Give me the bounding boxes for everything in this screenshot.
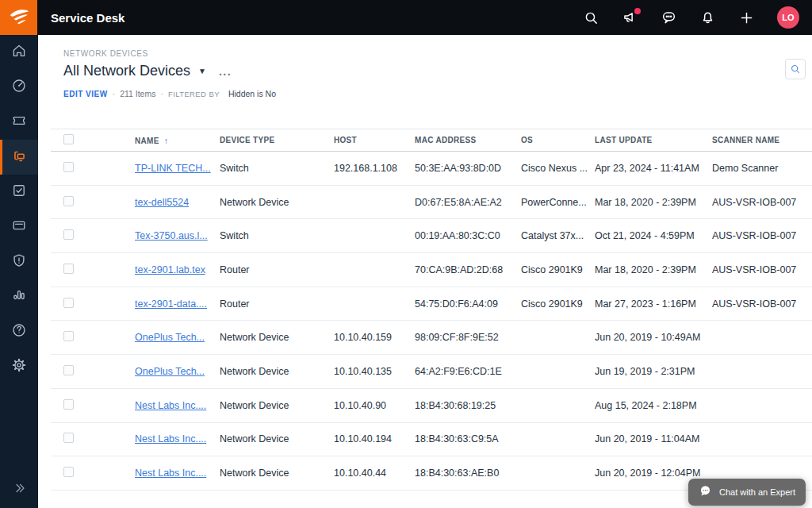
row-checkbox[interactable] (63, 229, 74, 240)
sidebar-item-settings[interactable] (0, 349, 38, 384)
row-checkbox[interactable] (63, 298, 74, 308)
cell-device_type: Switch (220, 219, 334, 253)
bell-icon[interactable] (699, 10, 716, 26)
cell-device_type: Network Device (220, 355, 334, 389)
cell-device_type: Network Device (220, 185, 334, 219)
sidebar-item-dashboard[interactable] (0, 70, 38, 105)
device-name-link[interactable]: tex-dell5524 (135, 197, 189, 208)
row-checkbox[interactable] (63, 467, 74, 477)
select-all-checkbox[interactable] (63, 134, 74, 144)
sidebar-item-help[interactable] (0, 314, 38, 349)
row-checkbox[interactable] (63, 196, 74, 206)
row-checkbox-cell (51, 422, 135, 456)
row-checkbox[interactable] (63, 365, 74, 375)
column-header-mac_address[interactable]: MAC ADDRESS (415, 129, 521, 152)
view-dropdown-caret-icon[interactable]: ▼ (198, 67, 206, 75)
card-icon (10, 217, 28, 237)
column-header-os[interactable]: OS (521, 129, 595, 152)
row-checkbox-cell (51, 152, 135, 186)
row-checkbox-cell (51, 287, 135, 321)
topbar: Service Desk (0, 0, 812, 35)
cell-last_update: Jun 20, 2019 - 11:04AM (595, 422, 712, 456)
row-checkbox[interactable] (63, 331, 74, 341)
device-name-link[interactable]: Tex-3750.aus.l... (135, 230, 208, 241)
row-checkbox[interactable] (63, 162, 74, 172)
sidebar-item-tickets[interactable] (0, 105, 38, 140)
table-row: OnePlus Tech...Network Device10.10.40.13… (51, 355, 812, 389)
sidebar-expand-button[interactable] (0, 478, 38, 502)
device-name-link[interactable]: Nest Labs Inc.... (135, 468, 206, 479)
cell-host (334, 185, 415, 219)
cell-os (521, 321, 595, 355)
column-header-scanner_name[interactable]: SCANNER NAME (712, 129, 812, 152)
device-name-link[interactable]: OnePlus Tech... (135, 366, 205, 377)
device-name-link[interactable]: Nest Labs Inc.... (135, 433, 206, 444)
notification-dot (634, 8, 641, 14)
cell-mac_address: 70:CA:9B:AD:2D:68 (415, 253, 521, 287)
separator-dot: · (160, 89, 163, 98)
device-name-link[interactable]: Nest Labs Inc.... (135, 400, 206, 411)
row-checkbox[interactable] (63, 433, 74, 443)
table-row: tex-2901-data....Router54:75:D0:F6:A4:09… (51, 287, 812, 321)
cell-host (334, 287, 415, 321)
cell-host: 10.10.40.159 (334, 321, 415, 355)
cell-scanner_name: Demo Scanner (712, 152, 812, 186)
cell-device_type: Router (220, 287, 334, 321)
more-options-icon[interactable]: ... (219, 68, 232, 75)
column-header-name[interactable]: NAME↑ (135, 129, 220, 152)
user-avatar[interactable]: LO (777, 6, 799, 29)
cell-os (521, 355, 595, 389)
cell-mac_address: 18:B4:30:63:AE:B0 (415, 456, 521, 491)
cell-last_update: Mar 18, 2020 - 2:39PM (595, 253, 712, 287)
cell-os: Cisco Nexus ... (521, 152, 595, 186)
edit-view-link[interactable]: EDIT VIEW (63, 90, 108, 98)
column-header-host[interactable]: HOST (334, 129, 415, 152)
double-chevron-right-icon (12, 482, 26, 498)
cell-host: 10.10.40.44 (334, 456, 415, 491)
plus-icon[interactable] (738, 10, 755, 26)
device-name-link[interactable]: TP-LINK TECH... (135, 163, 211, 174)
table-row: tex-dell5524Network DeviceD0:67:E5:8A:AE… (51, 185, 812, 219)
sidebar-item-risks[interactable] (0, 244, 38, 279)
dashboard-icon (10, 77, 28, 98)
chat-with-expert-button[interactable]: Chat with an Expert (688, 479, 806, 506)
column-header-device_type[interactable]: DEVICE TYPE (220, 129, 334, 152)
cell-scanner_name (712, 321, 812, 355)
ticket-icon (10, 112, 28, 133)
table-row: tex-2901.lab.texRouter70:CA:9B:AD:2D:68C… (51, 253, 812, 287)
sidebar-item-home[interactable] (0, 35, 38, 70)
select-all-cell (51, 129, 135, 152)
table-row: Nest Labs Inc....Network Device10.10.40.… (51, 422, 812, 456)
device-name-link[interactable]: OnePlus Tech... (135, 332, 205, 343)
cell-mac_address: 00:19:AA:80:3C:C0 (415, 219, 521, 253)
filter-value: Hidden is No (228, 89, 276, 98)
column-header-last_update[interactable]: LAST UPDATE (595, 129, 712, 152)
cell-last_update: Mar 27, 2023 - 1:16PM (595, 287, 712, 321)
cell-host: 10.10.40.194 (334, 422, 415, 456)
sidebar-item-assets[interactable] (0, 210, 38, 244)
cell-last_update: Jun 19, 2019 - 2:31PM (595, 355, 712, 389)
reports-icon (10, 287, 28, 307)
table-search-button[interactable] (785, 59, 806, 79)
cell-mac_address: 50:3E:AA:93:8D:0D (415, 152, 521, 186)
cell-name: Nest Labs Inc.... (135, 388, 220, 422)
row-checkbox[interactable] (63, 399, 74, 410)
page-header: NETWORK DEVICES All Network Devices ▼ ..… (38, 35, 812, 98)
sidebar-item-tasks[interactable] (0, 175, 38, 210)
tasks-icon (10, 182, 28, 202)
devices-table: NAME↑DEVICE TYPEHOSTMAC ADDRESSOSLAST UP… (51, 129, 812, 491)
sidebar (0, 35, 38, 508)
device-name-link[interactable]: tex-2901-data.... (135, 298, 207, 310)
solarwinds-logo-icon[interactable] (0, 0, 37, 35)
search-icon[interactable] (583, 10, 599, 26)
chat-icon[interactable] (661, 10, 677, 26)
chat-label: Chat with an Expert (719, 487, 795, 497)
page-title: All Network Devices (63, 63, 190, 79)
sidebar-item-reports[interactable] (0, 279, 38, 314)
cell-os (521, 388, 595, 422)
device-name-link[interactable]: tex-2901.lab.tex (135, 264, 205, 275)
table-row: OnePlus Tech...Network Device10.10.40.15… (51, 321, 812, 355)
megaphone-icon[interactable] (622, 10, 638, 26)
sidebar-item-devices[interactable] (0, 140, 38, 175)
row-checkbox[interactable] (63, 264, 74, 274)
